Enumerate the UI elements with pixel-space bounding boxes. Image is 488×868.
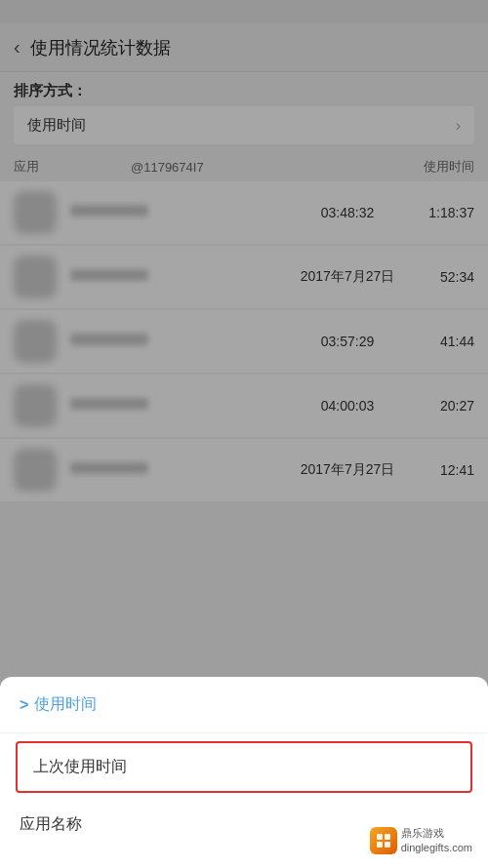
- watermark-text: 鼎乐游戏 dinglegifts.com: [401, 826, 472, 854]
- svg-rect-1: [385, 834, 390, 840]
- sheet-active-label: 使用时间: [34, 694, 97, 715]
- watermark: 鼎乐游戏 dinglegifts.com: [364, 822, 478, 858]
- svg-rect-0: [377, 834, 383, 840]
- main-screen: ‹ 使用情况统计数据 排序方式： 使用时间 › 应用 @1179674I7 使用…: [0, 0, 488, 868]
- active-prefix-icon: >: [20, 696, 28, 714]
- sheet-item-active[interactable]: > 使用时间: [0, 677, 488, 733]
- sheet-highlighted-label: 上次使用时间: [33, 758, 127, 774]
- sheet-normal-label: 应用名称: [20, 815, 82, 832]
- svg-rect-3: [385, 842, 390, 848]
- sheet-item-highlighted[interactable]: 上次使用时间: [16, 741, 472, 793]
- watermark-logo: [370, 827, 397, 854]
- svg-rect-2: [377, 842, 383, 848]
